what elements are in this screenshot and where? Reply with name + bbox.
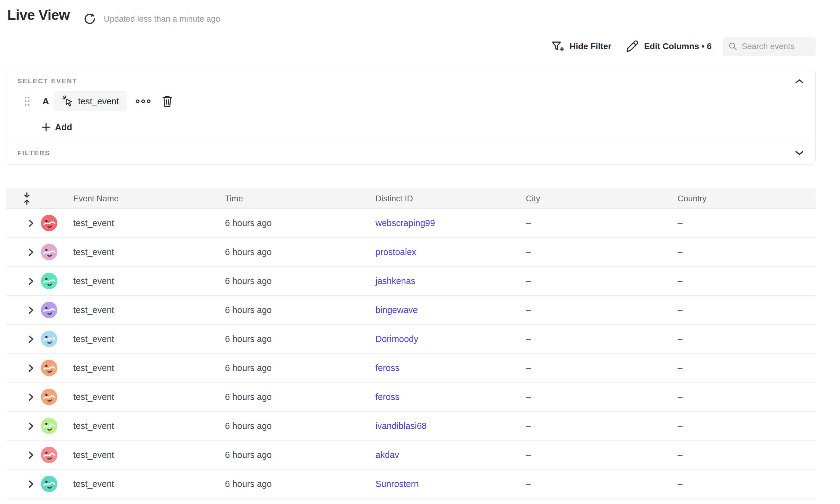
table-body: test_event 6 hours ago webscraping99 – –… [6,209,816,499]
edit-columns-label: Edit Columns • 6 [644,41,712,51]
country-cell: – [678,412,682,440]
expand-row-button[interactable] [25,412,37,440]
distinct-id-link[interactable]: akdav [375,440,399,469]
expand-row-button[interactable] [25,295,37,325]
hide-filter-button[interactable]: Hide Filter [550,36,611,57]
chevron-right-icon [28,422,35,431]
chevron-right-icon [28,393,35,401]
search-events-box[interactable] [723,37,816,56]
refresh-icon [83,12,97,25]
drag-handle[interactable] [23,95,32,107]
search-icon [728,41,737,52]
select-event-collapse-button[interactable] [794,76,805,87]
distinct-id-link[interactable]: webscraping99 [375,209,435,238]
time-cell: 6 hours ago [225,412,272,440]
expand-row-button[interactable] [25,382,37,412]
city-cell: – [526,354,531,382]
distinct-id-link[interactable]: bingewave [375,295,418,325]
time-cell: 6 hours ago [225,238,272,267]
chevron-right-icon [28,364,35,373]
distinct-id-link[interactable]: jashkenas [375,267,416,295]
table-row: test_event 6 hours ago Sunrostern – – [6,469,816,499]
expand-row-button[interactable] [25,209,37,238]
add-event-button[interactable]: Add [41,120,72,134]
table-row: test_event 6 hours ago akdav – – [6,440,816,469]
country-cell: – [678,238,682,267]
chevron-right-icon [28,335,35,343]
expand-row-button[interactable] [25,238,37,267]
distinct-id-link[interactable]: feross [375,382,400,412]
pencil-icon [625,39,639,53]
country-cell: – [678,325,682,354]
city-cell: – [526,382,531,412]
time-cell: 6 hours ago [225,354,272,382]
refresh-button[interactable] [83,12,97,26]
city-cell: – [526,412,531,440]
expand-row-button[interactable] [25,354,37,382]
time-cell: 6 hours ago [225,469,272,499]
event-name-cell: test_event [73,354,114,382]
expand-row-button[interactable] [25,469,37,499]
city-cell: – [526,238,531,267]
table-row: test_event 6 hours ago Dorimoody – – [6,325,816,354]
chevron-up-icon [795,78,804,85]
avatar [41,215,57,231]
select-event-label: SELECT EVENT [17,77,77,85]
drag-handle-icon [23,95,31,107]
event-name-cell: test_event [73,209,114,238]
distinct-id-link[interactable]: Sunrostern [375,469,419,499]
time-cell: 6 hours ago [225,267,272,295]
expand-row-button[interactable] [25,440,37,469]
table-row: test_event 6 hours ago bingewave – – [6,295,816,325]
filters-label: FILTERS [17,149,50,157]
table-row: test_event 6 hours ago feross – – [6,382,816,412]
updated-status: Updated less than a minute ago [104,12,220,26]
city-cell: – [526,267,531,295]
distinct-id-link[interactable]: feross [375,354,400,382]
filters-expand-button[interactable] [794,147,805,158]
collapse-all-rows-button[interactable] [21,192,33,205]
edit-columns-button[interactable]: Edit Columns • 6 [625,36,712,57]
chevron-down-icon [795,150,804,156]
event-name-cell: test_event [73,238,114,267]
column-header: Event Name [73,188,119,209]
avatar [41,475,57,492]
add-button-label: Add [55,122,72,132]
avatar [41,273,57,289]
country-cell: – [678,295,682,325]
chevron-right-icon [28,248,35,256]
event-name-cell: test_event [73,382,114,412]
time-cell: 6 hours ago [225,295,272,325]
time-cell: 6 hours ago [225,209,272,238]
distinct-id-link[interactable]: prostoalex [375,238,416,267]
table-row: test_event 6 hours ago jashkenas – – [6,267,816,295]
country-cell: – [678,469,682,499]
table-row: test_event 6 hours ago webscraping99 – – [6,209,816,238]
event-more-options-button[interactable] [135,95,152,107]
delete-event-button[interactable] [160,94,174,108]
event-name-cell: test_event [73,469,114,499]
column-header: Country [678,188,706,209]
time-cell: 6 hours ago [225,440,272,469]
distinct-id-link[interactable]: Dorimoody [375,325,418,354]
avatar [41,447,57,463]
event-clause-row: A test_event [23,91,174,112]
event-select-chip[interactable]: test_event [53,91,127,111]
expand-row-button[interactable] [25,325,37,354]
avatar [41,418,57,434]
hide-filter-label: Hide Filter [570,41,611,51]
expand-row-button[interactable] [25,267,37,295]
distinct-id-link[interactable]: ivandiblasi68 [375,412,427,440]
search-events-input[interactable] [742,42,810,51]
time-cell: 6 hours ago [225,325,272,354]
event-name-cell: test_event [73,440,114,469]
country-cell: – [678,354,682,382]
column-header: Time [225,188,243,209]
events-table: Event NameTimeDistinct IDCityCountry tes… [6,188,816,499]
event-chip-label: test_event [78,96,119,107]
country-cell: – [678,382,682,412]
filters-section[interactable]: FILTERS [6,141,815,164]
plus-icon [41,122,51,132]
city-cell: – [526,295,531,325]
table-row: test_event 6 hours ago prostoalex – – [6,238,816,267]
